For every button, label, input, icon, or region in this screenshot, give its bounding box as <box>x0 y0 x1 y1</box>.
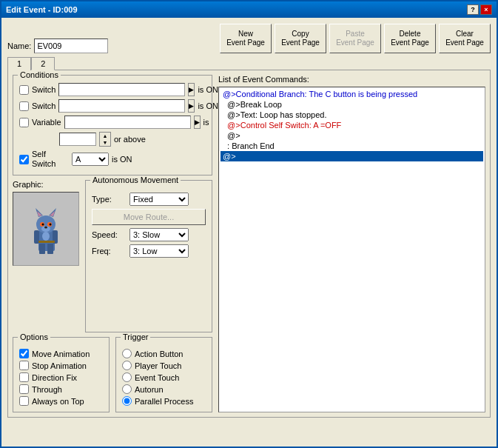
svg-point-12 <box>42 224 44 226</box>
tab-2[interactable]: 2 <box>31 57 55 70</box>
trigger-parallel-radio[interactable] <box>122 396 132 406</box>
or-above-row: ▲ ▼ or above <box>59 132 206 147</box>
cmd-line-7[interactable]: @> <box>221 151 483 161</box>
trigger-event-label: Event Touch <box>135 373 179 382</box>
svg-rect-1 <box>39 244 45 254</box>
window-body: Name: NewEvent Page CopyEvent Page Paste… <box>1 18 497 447</box>
left-panel: Conditions Switch ▶ is ON Switch <box>13 75 212 412</box>
spin-down-button[interactable]: ▼ <box>100 139 110 146</box>
stop-animation-checkbox[interactable] <box>19 361 29 370</box>
option-direction-fix: Direction Fix <box>19 372 103 382</box>
condition-variable-row: Variable ▶ is <box>19 116 206 129</box>
type-select[interactable]: Fixed Random Approach Custom <box>129 193 189 206</box>
conditions-title: Conditions <box>18 70 61 79</box>
move-route-button[interactable]: Move Route... <box>92 209 206 225</box>
edit-event-window: Edit Event - ID:009 ? × Name: NewEvent P… <box>0 0 498 448</box>
trigger-autorun-radio[interactable] <box>122 384 132 394</box>
cmd-line-3: @>Text: Loop has stopped. <box>221 110 483 120</box>
tabs-row: 1 2 <box>7 56 491 70</box>
condition-variable-text: is <box>203 118 226 127</box>
speed-select[interactable]: 1: x8 Slower 2: x4 Slower 3: Slow 4: Fas… <box>129 228 189 241</box>
copy-event-page-button[interactable]: CopyEvent Page <box>275 24 326 53</box>
trigger-action-button-row: Action Button <box>122 349 206 358</box>
move-animation-checkbox[interactable] <box>19 349 29 358</box>
or-above-spinner: ▲ ▼ <box>99 132 111 147</box>
options-title: Options <box>18 332 50 341</box>
direction-fix-checkbox[interactable] <box>19 372 29 382</box>
graphic-preview[interactable] <box>13 192 79 266</box>
speed-label: Speed: <box>92 230 125 239</box>
name-input[interactable] <box>34 39 108 53</box>
direction-fix-label: Direction Fix <box>32 373 77 382</box>
trigger-action-radio[interactable] <box>122 349 132 358</box>
type-label: Type: <box>92 195 125 204</box>
condition-variable-label: Variable <box>32 118 61 127</box>
freq-select[interactable]: 1: Lowest 2: Lower 3: Low 4: High 5: Hig… <box>129 244 189 258</box>
spin-up-button[interactable]: ▲ <box>100 133 110 139</box>
options-group: Options Move Animation Stop Animation Di… <box>13 337 110 412</box>
condition-switch2-checkbox[interactable] <box>19 101 29 111</box>
cmd-line-2: @>Break Loop <box>221 99 483 110</box>
delete-event-page-button[interactable]: DeleteEvent Page <box>384 24 436 53</box>
window-title: Edit Event - ID:009 <box>6 5 78 14</box>
title-bar-buttons: ? × <box>467 4 492 15</box>
condition-switch1-checkbox[interactable] <box>19 85 29 95</box>
condition-variable-arrow[interactable]: ▶ <box>194 116 201 129</box>
speed-row: Speed: 1: x8 Slower 2: x4 Slower 3: Slow… <box>92 228 206 241</box>
cmd-line-5: @> <box>221 130 483 141</box>
main-content: Conditions Switch ▶ is ON Switch <box>7 70 491 418</box>
new-event-page-button[interactable]: NewEvent Page <box>220 24 272 53</box>
trigger-player-label: Player Touch <box>135 361 181 370</box>
toolbar: NewEvent Page CopyEvent Page PasteEvent … <box>220 24 491 53</box>
svg-rect-3 <box>34 230 39 244</box>
self-switch-is-on: is ON <box>112 155 132 164</box>
graphic-section: Graphic: <box>13 180 212 332</box>
trigger-player-touch-row: Player Touch <box>122 361 206 370</box>
help-button[interactable]: ? <box>467 4 479 15</box>
svg-rect-17 <box>38 241 55 243</box>
trigger-player-radio[interactable] <box>122 361 132 370</box>
name-label: Name: <box>7 41 31 50</box>
condition-row-2: Switch ▶ is ON <box>19 99 206 113</box>
move-animation-label: Move Animation <box>32 350 90 358</box>
condition-switch2-arrow[interactable]: ▶ <box>188 99 195 113</box>
option-move-animation: Move Animation <box>19 349 103 358</box>
commands-label: List of Event Commands: <box>218 75 485 84</box>
condition-switch1-label: Switch <box>32 85 55 94</box>
through-checkbox[interactable] <box>19 384 29 394</box>
self-switch-checkbox[interactable] <box>19 155 29 164</box>
through-label: Through <box>32 385 62 394</box>
self-switch-select[interactable]: A B C D <box>72 153 109 166</box>
condition-variable-checkbox[interactable] <box>19 118 29 127</box>
trigger-parallel-label: Parallel Process <box>135 397 193 406</box>
condition-variable-input[interactable] <box>64 116 191 129</box>
stop-animation-label: Stop Animation <box>32 361 87 370</box>
condition-switch1-arrow[interactable]: ▶ <box>188 83 195 96</box>
svg-marker-8 <box>37 211 42 216</box>
clear-event-page-button[interactable]: ClearEvent Page <box>439 24 491 53</box>
cmd-line-6: : Branch End <box>221 141 483 151</box>
paste-event-page-button[interactable]: PasteEvent Page <box>329 24 381 53</box>
trigger-event-radio[interactable] <box>122 372 132 382</box>
condition-switch2-input[interactable] <box>58 99 185 113</box>
always-on-top-checkbox[interactable] <box>19 396 29 406</box>
condition-switch1-input[interactable] <box>58 83 185 96</box>
options-trigger-row: Options Move Animation Stop Animation Di… <box>13 337 212 412</box>
commands-list[interactable]: @>Conditional Branch: The C button is be… <box>218 87 485 412</box>
graphic-box: Graphic: <box>13 180 79 332</box>
tab-1[interactable]: 1 <box>7 57 31 70</box>
cmd-line-1: @>Conditional Branch: The C button is be… <box>221 89 483 99</box>
trigger-title: Trigger <box>121 332 150 341</box>
always-on-top-label: Always on Top <box>32 397 84 406</box>
condition-row-1: Switch ▶ is ON <box>19 83 206 96</box>
condition-switch2-text: is ON <box>198 101 220 110</box>
close-button[interactable]: × <box>480 4 492 15</box>
or-above-input[interactable] <box>59 133 96 146</box>
movement-type-row: Type: Fixed Random Approach Custom <box>92 193 206 206</box>
cmd-line-4: @>Control Self Switch: A =OFF <box>221 120 483 130</box>
trigger-autorun-row: Autorun <box>122 384 206 394</box>
option-stop-animation: Stop Animation <box>19 361 103 370</box>
self-switch-row: SelfSwitch A B C D is ON <box>19 150 206 169</box>
svg-rect-2 <box>47 244 53 254</box>
svg-point-13 <box>50 224 52 226</box>
